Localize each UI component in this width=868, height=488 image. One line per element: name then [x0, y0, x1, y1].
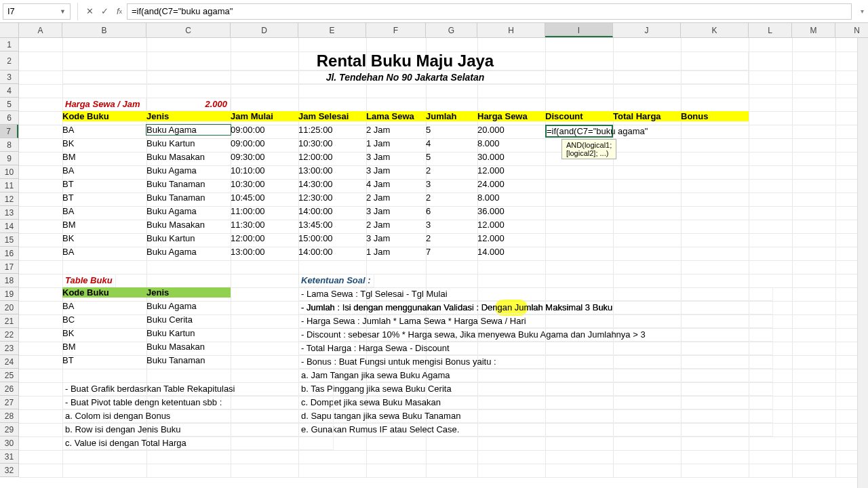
cell-r14-c5[interactable]: 3: [426, 220, 477, 230]
cell-r7-c2[interactable]: 09:00:00: [231, 125, 298, 135]
cell-r14-c0[interactable]: BM: [62, 220, 146, 230]
cancel-button[interactable]: ✕: [82, 4, 97, 19]
cell-r7-c3[interactable]: 11:25:00: [298, 125, 366, 135]
cell-r11-c0[interactable]: BT: [62, 179, 146, 189]
cell-r13-c2[interactable]: 11:00:00: [231, 206, 298, 216]
cell-r16-c2[interactable]: 13:00:00: [231, 247, 298, 257]
col-header-J[interactable]: J: [613, 23, 681, 37]
select-all-corner[interactable]: [0, 23, 19, 38]
row-header-28[interactable]: 28: [0, 409, 18, 423]
cell-r10-c6[interactable]: 12.000: [477, 165, 545, 176]
cell-r8-c0[interactable]: BK: [62, 138, 146, 148]
cell-r11-c2[interactable]: 10:30:00: [231, 179, 298, 189]
cell-r8-c6[interactable]: 8.000: [477, 138, 545, 148]
buku-kode-3[interactable]: BM: [62, 342, 146, 352]
col-header-M[interactable]: M: [792, 23, 835, 37]
cell-r12-c1[interactable]: Buku Tanaman: [146, 192, 231, 203]
row-header-13[interactable]: 13: [0, 206, 18, 220]
col-header-G[interactable]: G: [426, 23, 477, 37]
spreadsheet-grid[interactable]: ABCDEFGHIJKLMN 1234567891011121314151617…: [0, 23, 868, 488]
cell-r14-c6[interactable]: 12.000: [477, 220, 545, 230]
cell-r14-c2[interactable]: 11:30:00: [231, 220, 298, 230]
cell-r13-c4[interactable]: 3 Jam: [366, 206, 426, 216]
buku-jenis-0[interactable]: Buku Agama: [146, 301, 231, 311]
cell-r11-c4[interactable]: 4 Jam: [366, 179, 426, 189]
chevron-down-icon[interactable]: ▼: [60, 8, 66, 15]
col-header-H[interactable]: H: [477, 23, 545, 37]
cell-r16-c5[interactable]: 7: [426, 247, 477, 257]
cell-r16-c3[interactable]: 14:00:00: [298, 247, 366, 257]
row-header-10[interactable]: 10: [0, 165, 18, 179]
col-header-D[interactable]: D: [231, 23, 298, 37]
cell-r9-c2[interactable]: 09:30:00: [231, 152, 298, 162]
row-header-8[interactable]: 8: [0, 138, 18, 152]
cell-r11-c5[interactable]: 3: [426, 179, 477, 189]
cell-r13-c0[interactable]: BA: [62, 206, 146, 216]
col-header-E[interactable]: E: [298, 23, 366, 37]
cell-r9-c3[interactable]: 12:00:00: [298, 152, 366, 162]
row-header-27[interactable]: 27: [0, 396, 18, 409]
cell-r11-c1[interactable]: Buku Tanaman: [146, 179, 231, 189]
row-header-1[interactable]: 1: [0, 38, 18, 52]
cell-r9-c4[interactable]: 3 Jam: [366, 152, 426, 162]
cell-r11-c6[interactable]: 24.000: [477, 179, 545, 189]
cell-r10-c4[interactable]: 3 Jam: [366, 165, 426, 176]
cell-r13-c3[interactable]: 14:00:00: [298, 206, 366, 216]
cell-r12-c0[interactable]: BT: [62, 192, 146, 203]
cell-r14-c4[interactable]: 2 Jam: [366, 220, 426, 230]
cell-r10-c5[interactable]: 2: [426, 165, 477, 176]
cell-r9-c0[interactable]: BM: [62, 152, 146, 162]
row-header-9[interactable]: 9: [0, 152, 18, 165]
cell-r9-c1[interactable]: Buku Masakan: [146, 152, 231, 162]
row-header-12[interactable]: 12: [0, 192, 18, 206]
row-header-16[interactable]: 16: [0, 247, 18, 260]
row-header-26[interactable]: 26: [0, 382, 18, 396]
cell-r9-c6[interactable]: 30.000: [477, 152, 545, 162]
cell-r10-c3[interactable]: 13:00:00: [298, 165, 366, 176]
row-header-15[interactable]: 15: [0, 233, 18, 247]
row-header-7[interactable]: 7: [0, 125, 18, 138]
cell-r12-c5[interactable]: 2: [426, 192, 477, 203]
cell-r13-c6[interactable]: 36.000: [477, 206, 545, 216]
cell-r10-c2[interactable]: 10:10:00: [231, 165, 298, 176]
row-header-2[interactable]: 2: [0, 52, 18, 70]
cell-r8-c3[interactable]: 10:30:00: [298, 138, 366, 148]
cell-r8-c5[interactable]: 4: [426, 138, 477, 148]
cell-r16-c1[interactable]: Buku Agama: [146, 247, 231, 257]
cell-r15-c0[interactable]: BK: [62, 233, 146, 243]
row-header-23[interactable]: 23: [0, 342, 18, 355]
row-header-31[interactable]: 31: [0, 450, 18, 464]
cell-r12-c6[interactable]: 8.000: [477, 192, 545, 203]
cell-r7-c5[interactable]: 5: [426, 125, 477, 135]
cell-r14-c1[interactable]: Buku Masakan: [146, 220, 231, 230]
buku-jenis-3[interactable]: Buku Masakan: [146, 342, 231, 352]
enter-button[interactable]: ✓: [97, 4, 112, 19]
col-header-N[interactable]: N: [835, 23, 868, 37]
buku-kode-1[interactable]: BC: [62, 314, 146, 325]
cell-r16-c4[interactable]: 1 Jam: [366, 247, 426, 257]
cell-r15-c2[interactable]: 12:00:00: [231, 233, 298, 243]
row-header-14[interactable]: 14: [0, 220, 18, 233]
cell-r16-c6[interactable]: 14.000: [477, 247, 545, 257]
name-box[interactable]: I7 ▼: [3, 3, 71, 20]
row-header-22[interactable]: 22: [0, 328, 18, 342]
cell-r8-c1[interactable]: Buku Kartun: [146, 138, 231, 148]
cell-r13-c5[interactable]: 6: [426, 206, 477, 216]
buku-kode-2[interactable]: BK: [62, 328, 146, 338]
col-header-C[interactable]: C: [146, 23, 231, 37]
row-header-24[interactable]: 24: [0, 355, 18, 369]
row-header-32[interactable]: 32: [0, 464, 18, 477]
vertical-scrollbar[interactable]: [857, 38, 868, 488]
row-header-21[interactable]: 21: [0, 314, 18, 328]
buku-kode-0[interactable]: BA: [62, 301, 146, 311]
row-header-5[interactable]: 5: [0, 98, 18, 111]
cell-r9-c5[interactable]: 5: [426, 152, 477, 162]
cell-r7-c6[interactable]: 20.000: [477, 125, 545, 135]
cell-r8-c2[interactable]: 09:00:00: [231, 138, 298, 148]
cell-r15-c4[interactable]: 3 Jam: [366, 233, 426, 243]
cell-r7-c4[interactable]: 2 Jam: [366, 125, 426, 135]
cell-r10-c0[interactable]: BA: [62, 165, 146, 176]
row-header-18[interactable]: 18: [0, 274, 18, 287]
buku-jenis-4[interactable]: Buku Tanaman: [146, 355, 231, 365]
cell-r11-c3[interactable]: 14:30:00: [298, 179, 366, 189]
